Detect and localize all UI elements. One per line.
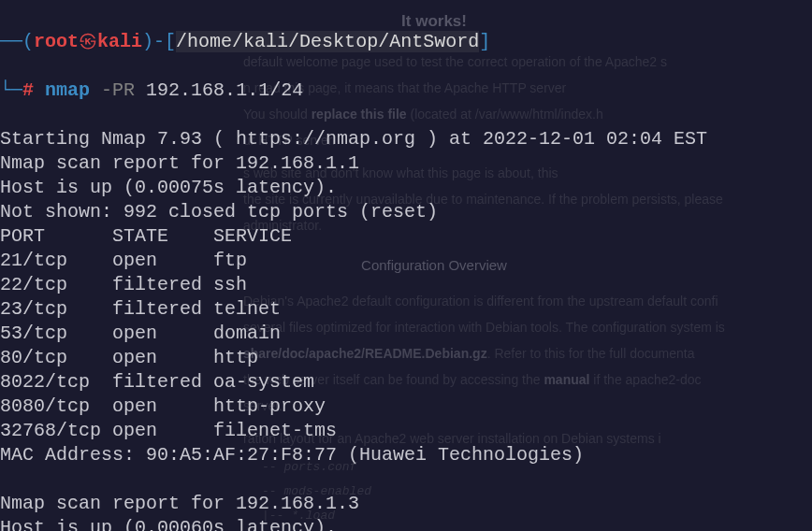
output-port: 53/tcp open domain (0, 323, 281, 344)
output-host-2: Host is up (0.00060s latency). (0, 517, 337, 531)
output-port: 8022/tcp filtered oa-system (0, 371, 314, 393)
prompt-open: ──( (0, 31, 34, 52)
prompt-close: ) (142, 31, 153, 52)
output-starting: Starting Nmap 7.93 ( https://nmap.org ) … (0, 128, 707, 150)
output-port: 21/tcp open ftp (0, 250, 247, 271)
output-report-1: Nmap scan report for 192.168.1.1 (0, 152, 359, 174)
output-port: 8080/tcp open http-proxy (0, 395, 326, 417)
prompt-bracket-close: ] (479, 31, 490, 52)
prompt-line-2: └─# nmap -PR 192.168.1.1/24 (0, 79, 812, 103)
terminal-output[interactable]: ──(root㉿kali)-[/home/kali/Desktop/AntSwo… (0, 0, 812, 531)
output-port: 80/tcp open http (0, 347, 258, 368)
output-port: 23/tcp filtered telnet (0, 298, 281, 320)
output-host-1: Host is up (0.00075s latency). (0, 177, 337, 198)
prompt-bracket: [ (165, 31, 176, 52)
prompt-line-1: ──(root㉿kali)-[/home/kali/Desktop/AntSwo… (0, 30, 812, 54)
output-port: 22/tcp filtered ssh (0, 274, 247, 295)
command-target: 192.168.1.1/24 (146, 79, 303, 101)
prompt-skull-icon: ㉿ (79, 31, 97, 52)
prompt-user: root (34, 31, 79, 52)
output-notshown-1: Not shown: 992 closed tcp ports (reset) (0, 201, 438, 222)
output-report-2: Nmap scan report for 192.168.1.3 (0, 493, 359, 514)
output-port: 32768/tcp open filenet-tms (0, 420, 337, 441)
prompt-prefix: └─ (0, 79, 22, 101)
output-mac: MAC Address: 90:A5:AF:27:F8:77 (Huawei T… (0, 444, 584, 466)
prompt-path: /home/kali/Desktop/AntSword (176, 31, 479, 52)
prompt-host: kali (97, 31, 142, 52)
prompt-hash: # (22, 79, 34, 101)
command-arg: -PR (101, 79, 135, 101)
output-header: PORT STATE SERVICE (0, 225, 292, 247)
prompt-dash: - (153, 31, 165, 52)
command-nmap: nmap (45, 79, 90, 101)
